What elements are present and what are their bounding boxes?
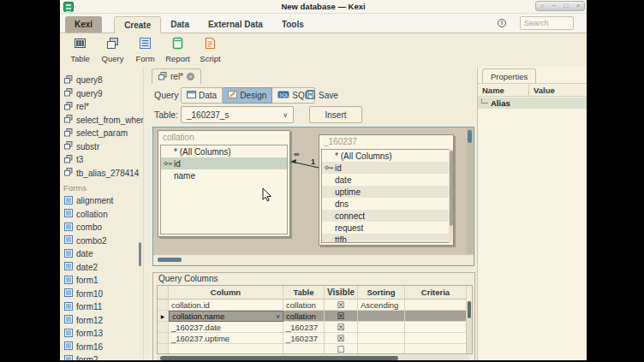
field-row[interactable]: request	[322, 222, 450, 234]
design-view-button[interactable]: Design	[223, 87, 272, 104]
close-button[interactable]: ×	[572, 2, 584, 10]
sidebar-item-query[interactable]: select_param	[60, 127, 143, 140]
tab-external-data[interactable]: External Data	[199, 16, 272, 33]
save-button[interactable]: Save	[302, 87, 342, 104]
field-row[interactable]: date	[322, 174, 450, 186]
column-cell[interactable]: _160237.uptime∨	[169, 333, 283, 344]
tab-create[interactable]: Create	[114, 16, 161, 33]
sidebar-item-query[interactable]: select_from_where	[60, 114, 143, 128]
table-cell[interactable]: collation	[283, 311, 325, 322]
sorting-cell[interactable]: Ascending	[358, 300, 405, 311]
table-cell[interactable]	[283, 344, 325, 354]
create-script-button[interactable]: Script	[196, 36, 224, 64]
table-box-collation[interactable]: collation * (All Columns) id name	[158, 130, 290, 237]
field-row[interactable]: dns	[322, 198, 450, 210]
table-box-160237[interactable]: _160237 * (All Columns) id date	[319, 134, 454, 246]
criteria-cell[interactable]	[405, 300, 467, 311]
properties-tab[interactable]: Properties	[482, 68, 536, 83]
sidebar-item-form[interactable]: form13	[60, 327, 143, 341]
grid-vertical-scrollbar[interactable]	[466, 300, 472, 353]
criteria-cell[interactable]	[405, 322, 467, 333]
create-report-button[interactable]: Report	[164, 36, 192, 64]
field-row[interactable]: connect	[322, 210, 450, 222]
sidebar-item-form[interactable]: form2	[60, 353, 143, 360]
visible-checkbox[interactable]: ☒	[325, 322, 358, 333]
relations-canvas[interactable]: collation * (All Columns) id name	[153, 128, 474, 255]
row-marker-cell[interactable]	[158, 322, 169, 333]
canvas-vertical-scrollbar[interactable]	[467, 128, 473, 254]
sidebar-item-query[interactable]: t3	[60, 153, 143, 167]
sidebar-item-form[interactable]: date2	[60, 261, 143, 275]
table-select[interactable]: _160237_s ∨	[181, 106, 294, 123]
create-table-button[interactable]: Table	[66, 36, 94, 64]
row-marker-cell[interactable]	[158, 311, 169, 322]
canvas-horizontal-scrollbar[interactable]	[153, 255, 474, 265]
grid-row[interactable]: ∨ ☐	[158, 344, 472, 354]
sidebar-item-form[interactable]: form12	[60, 314, 143, 328]
visible-checkbox[interactable]: ☐	[325, 344, 358, 354]
visible-checkbox[interactable]: ☒	[325, 333, 358, 344]
grid-row[interactable]: collation.id∨ collation ☒ Ascending	[158, 300, 472, 311]
property-row-alias[interactable]: Alias	[478, 98, 587, 109]
sidebar-item-query[interactable]: tb_alias_278414	[60, 167, 143, 181]
insert-button[interactable]: Insert	[309, 106, 362, 123]
sorting-cell[interactable]	[358, 344, 405, 354]
grid-row[interactable]: collation.name∨ collation ☒	[158, 311, 472, 322]
sidebar-item-query[interactable]: query9	[60, 87, 143, 101]
circle-button[interactable]: ○	[536, 2, 548, 10]
criteria-cell[interactable]	[405, 333, 467, 344]
create-form-button[interactable]: Form	[131, 36, 159, 64]
field-row[interactable]: name	[161, 169, 287, 181]
field-row[interactable]: ttfb	[322, 234, 450, 243]
sidebar-item-form[interactable]: form1	[60, 274, 143, 288]
grid-row[interactable]: _160237.date∨ _160237 ☒	[158, 322, 472, 333]
column-cell[interactable]: ∨	[169, 344, 283, 354]
visible-checkbox[interactable]: ☒	[325, 311, 358, 322]
tab-kexi[interactable]: Kexi	[65, 16, 102, 33]
sidebar-item-form[interactable]: combo	[60, 221, 143, 234]
table-cell[interactable]: _160237	[283, 333, 325, 344]
minimize-button[interactable]: −	[548, 2, 560, 10]
column-cell[interactable]: collation.id∨	[169, 300, 283, 311]
sidebar-item-form[interactable]: collation	[60, 208, 143, 222]
sidebar-item-form[interactable]: combo2	[60, 234, 143, 248]
field-row[interactable]: id	[322, 162, 450, 174]
column-cell[interactable]: _160237.date∨	[169, 322, 283, 333]
sidebar-item-form[interactable]: form11	[60, 300, 143, 314]
grid-horizontal-scrollbar[interactable]	[157, 355, 469, 360]
search-input[interactable]	[520, 16, 574, 30]
data-view-button[interactable]: Data	[181, 87, 223, 104]
field-list-scrollbar[interactable]	[449, 149, 453, 243]
table-cell[interactable]: _160237	[283, 322, 325, 333]
sidebar-item-form[interactable]: alignment	[60, 194, 143, 208]
tab-close-icon[interactable]: ×	[187, 73, 194, 80]
criteria-cell[interactable]	[405, 344, 467, 354]
sorting-cell[interactable]	[358, 333, 405, 344]
visible-checkbox[interactable]: ☒	[325, 300, 358, 311]
tab-tools[interactable]: Tools	[272, 16, 313, 33]
grid-row[interactable]: _160237.uptime∨ _160237 ☒	[158, 333, 472, 344]
row-marker-cell[interactable]	[158, 300, 169, 311]
sidebar-item-query[interactable]: query8	[60, 74, 143, 87]
row-marker-cell[interactable]	[158, 333, 169, 344]
row-marker-cell[interactable]	[158, 344, 169, 354]
info-icon[interactable]: i	[498, 19, 506, 27]
sorting-cell[interactable]	[358, 311, 405, 322]
field-row[interactable]: id	[161, 157, 287, 169]
document-tab-rel[interactable]: rel* ×	[152, 68, 201, 84]
field-row[interactable]: * (All Columns)	[161, 145, 287, 157]
sidebar-item-query[interactable]: substr	[60, 140, 143, 154]
field-row[interactable]: uptime	[322, 186, 450, 198]
tab-data[interactable]: Data	[161, 16, 199, 33]
create-query-button[interactable]: Query	[98, 36, 127, 64]
sidebar-scrollbar[interactable]	[139, 242, 141, 266]
field-row[interactable]: * (All Columns)	[322, 150, 450, 162]
table-cell[interactable]: collation	[283, 300, 325, 311]
sidebar-item-form[interactable]: form16	[60, 341, 143, 354]
column-cell[interactable]: collation.name∨	[169, 311, 283, 322]
sorting-cell[interactable]	[358, 322, 405, 333]
maximize-button[interactable]: □	[560, 2, 572, 10]
sidebar-item-form[interactable]: date	[60, 247, 143, 261]
sidebar-item-query[interactable]: rel*	[60, 100, 143, 114]
criteria-cell[interactable]	[405, 311, 467, 322]
